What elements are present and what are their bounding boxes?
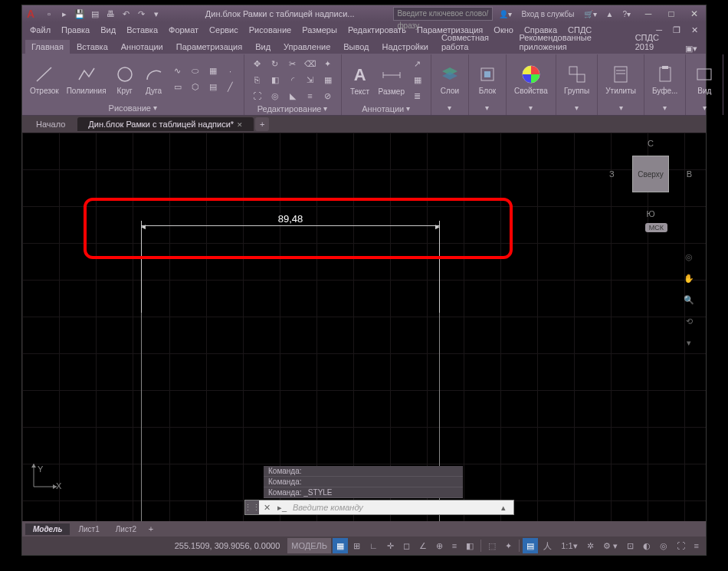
viewcube-west[interactable]: З: [609, 169, 615, 179]
sb-monitor-icon[interactable]: ⊡: [623, 538, 638, 553]
cart-icon[interactable]: 🛒▾: [581, 10, 600, 18]
rotate-icon[interactable]: ↻: [267, 56, 284, 71]
sb-selection-icon[interactable]: ⬚: [484, 538, 500, 553]
sb-scale-button[interactable]: 1:1 ▾: [557, 538, 581, 553]
layout-tab-sheet2[interactable]: Лист2: [108, 523, 144, 535]
nav-wheel-icon[interactable]: ◎: [680, 248, 698, 266]
scale-icon[interactable]: ⛶: [249, 88, 266, 103]
layers-button[interactable]: Слои: [436, 56, 464, 102]
viewcube-north[interactable]: С: [648, 139, 654, 148]
doc-tab-add-button[interactable]: +: [255, 117, 269, 131]
qat-more-icon[interactable]: ▾: [149, 7, 163, 21]
qat-new-icon[interactable]: ▫: [42, 7, 56, 21]
layout-tab-sheet1[interactable]: Лист1: [71, 523, 107, 535]
ribbon-tab-home[interactable]: Главная: [25, 40, 70, 54]
close-button[interactable]: ✕: [683, 5, 706, 22]
text-button[interactable]: AТекст: [346, 57, 374, 103]
menu-draw[interactable]: Рисование: [244, 24, 296, 36]
doc-tab-start[interactable]: Начало: [25, 117, 76, 131]
break-icon[interactable]: ⊘: [320, 88, 336, 103]
ribbon-tab-featured[interactable]: Рекомендованные приложения: [513, 31, 628, 54]
explode-icon[interactable]: ✦: [320, 56, 336, 71]
dimension-value[interactable]: 89,48: [277, 213, 305, 225]
viewcube-wcs-badge[interactable]: МСК: [645, 223, 667, 232]
copy-icon[interactable]: ⎘: [249, 72, 266, 87]
leader-icon[interactable]: ↗: [409, 56, 426, 71]
doc-tab-close-icon[interactable]: ✕: [237, 121, 243, 129]
sb-hardware-icon[interactable]: ◐: [639, 538, 654, 553]
nav-orbit-icon[interactable]: ⟲: [680, 312, 698, 330]
viewcube-south[interactable]: Ю: [646, 209, 654, 218]
sb-lineweight-icon[interactable]: ≡: [448, 538, 461, 553]
block-button[interactable]: Блок: [474, 56, 501, 102]
utilities-button[interactable]: Утилиты: [602, 56, 639, 102]
menu-insert[interactable]: Вставка: [122, 24, 162, 36]
spline-icon[interactable]: ∿: [169, 64, 186, 79]
ribbon-tab-collab[interactable]: Совместная работа: [435, 31, 513, 54]
viewcube[interactable]: С Ю В З Сверху: [618, 142, 683, 206]
qat-saveas-icon[interactable]: ▤: [88, 7, 102, 21]
sb-clean-icon[interactable]: ⛶: [673, 538, 689, 553]
polyline-button[interactable]: Полилиния: [64, 56, 110, 102]
properties-button[interactable]: Свойства: [511, 56, 551, 102]
qat-undo-icon[interactable]: ↶: [119, 7, 133, 21]
panel-block-title[interactable]: ▾: [471, 102, 504, 113]
ribbon-tab-parametric[interactable]: Параметризация: [170, 40, 248, 54]
mtext-icon[interactable]: ≣: [409, 88, 426, 103]
ribbon-tab-addins[interactable]: Надстройки: [376, 40, 435, 54]
menu-tools[interactable]: Сервис: [205, 24, 243, 36]
sb-model-button[interactable]: МОДЕЛЬ: [287, 538, 331, 553]
mirror-icon[interactable]: ◧: [267, 72, 284, 87]
sb-isolate-icon[interactable]: ◎: [656, 538, 671, 553]
line-button[interactable]: Отрезок: [27, 56, 62, 102]
dimension-button[interactable]: Размер: [375, 57, 408, 103]
nav-pan-icon[interactable]: ✋: [680, 269, 698, 287]
ribbon-expand-icon[interactable]: ▣▾: [683, 44, 700, 54]
sb-polar-icon[interactable]: ✛: [383, 538, 398, 553]
ellipse-icon[interactable]: ⬭: [187, 64, 204, 79]
offset-icon[interactable]: ◎: [267, 88, 284, 103]
sb-osnap-icon[interactable]: ◻: [399, 538, 414, 553]
panel-modify-title[interactable]: Редактирование ▾: [246, 103, 339, 113]
panel-view-title[interactable]: ▾: [687, 102, 721, 113]
cmd-drag-handle[interactable]: ⋮⋮: [245, 500, 259, 514]
cmd-close-icon[interactable]: ✕: [259, 500, 274, 515]
panel-clip-title[interactable]: ▾: [646, 102, 684, 113]
table-annot-icon[interactable]: ▦: [409, 72, 426, 87]
ribbon-tab-insert[interactable]: Вставка: [71, 40, 114, 54]
region-icon[interactable]: ▤: [205, 80, 221, 95]
sb-transparency-icon[interactable]: ◧: [462, 538, 477, 553]
command-input[interactable]: Введите команду: [290, 503, 501, 512]
menu-file[interactable]: Файл: [25, 24, 55, 36]
coordinates-display[interactable]: 255.1509, 309.9056, 0.0000: [169, 541, 287, 550]
clipboard-button[interactable]: Буфе...: [649, 56, 680, 102]
rectangle-icon[interactable]: ▭: [169, 80, 186, 95]
stretch-icon[interactable]: ⇲: [302, 72, 319, 87]
qat-plot-icon[interactable]: 🖶: [103, 7, 117, 21]
array-icon[interactable]: ▦: [320, 72, 336, 87]
sb-snap-icon[interactable]: ⊞: [349, 538, 364, 553]
ribbon-tab-manage[interactable]: Управление: [277, 40, 336, 54]
signin-link[interactable]: Вход в службы: [518, 10, 577, 18]
view-button[interactable]: Вид: [690, 56, 718, 102]
sb-customize-icon[interactable]: ≡: [690, 538, 703, 553]
menu-edit[interactable]: Правка: [57, 24, 94, 36]
viewcube-east[interactable]: В: [687, 169, 692, 179]
qat-save-icon[interactable]: 💾: [73, 7, 87, 21]
signin-icon[interactable]: 👤▾: [496, 10, 515, 18]
panel-props-title[interactable]: ▾: [508, 102, 554, 113]
sb-quickprops-icon[interactable]: ▤: [523, 538, 538, 553]
sb-workspace-icon[interactable]: ⚙ ▾: [599, 538, 621, 553]
layout-tab-model[interactable]: Модель: [25, 523, 70, 535]
sb-gizmo-icon[interactable]: ✦: [501, 538, 516, 553]
minimize-button[interactable]: ─: [637, 5, 660, 22]
sb-annovis-icon[interactable]: ✲: [583, 538, 598, 553]
viewcube-top-face[interactable]: Сверху: [632, 156, 669, 192]
search-input[interactable]: Введите ключевое слово/фразу: [393, 7, 493, 21]
sb-annoscale-icon[interactable]: 人: [539, 538, 556, 553]
maximize-button[interactable]: □: [660, 5, 683, 22]
erase-icon[interactable]: ⌫: [302, 56, 319, 71]
move-icon[interactable]: ✥: [249, 56, 266, 71]
menu-format[interactable]: Формат: [164, 24, 203, 36]
polygon-icon[interactable]: ⬡: [187, 80, 204, 95]
